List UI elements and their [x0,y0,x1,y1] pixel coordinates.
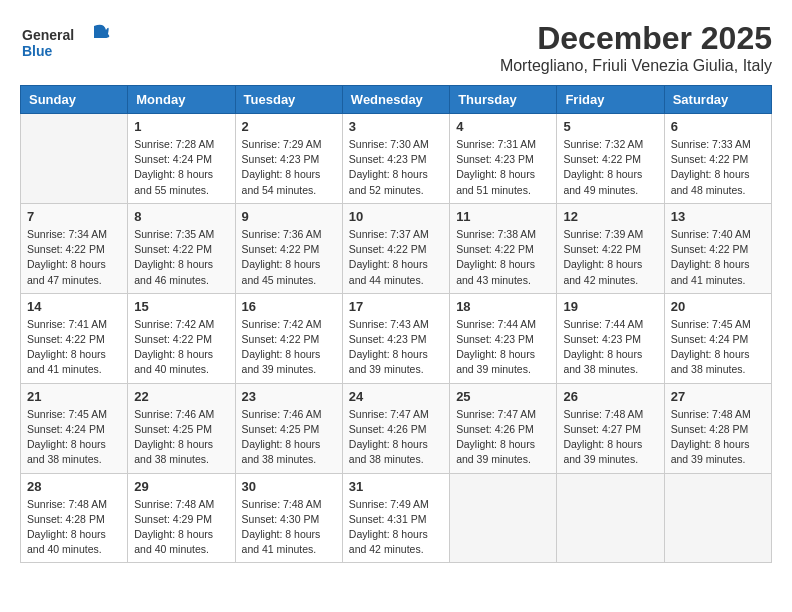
calendar-cell: 3Sunrise: 7:30 AM Sunset: 4:23 PM Daylig… [342,114,449,204]
calendar-cell: 30Sunrise: 7:48 AM Sunset: 4:30 PM Dayli… [235,473,342,563]
calendar-cell: 24Sunrise: 7:47 AM Sunset: 4:26 PM Dayli… [342,383,449,473]
day-info: Sunrise: 7:45 AM Sunset: 4:24 PM Dayligh… [671,317,765,378]
calendar-cell: 21Sunrise: 7:45 AM Sunset: 4:24 PM Dayli… [21,383,128,473]
day-info: Sunrise: 7:39 AM Sunset: 4:22 PM Dayligh… [563,227,657,288]
svg-text:General: General [22,27,74,43]
day-info: Sunrise: 7:42 AM Sunset: 4:22 PM Dayligh… [242,317,336,378]
calendar-cell: 2Sunrise: 7:29 AM Sunset: 4:23 PM Daylig… [235,114,342,204]
day-number: 30 [242,479,336,494]
calendar-cell [450,473,557,563]
day-number: 19 [563,299,657,314]
day-number: 14 [27,299,121,314]
page-container: General Blue December 2025 Mortegliano, … [20,20,772,563]
calendar-cell: 4Sunrise: 7:31 AM Sunset: 4:23 PM Daylig… [450,114,557,204]
day-number: 23 [242,389,336,404]
day-number: 18 [456,299,550,314]
col-header-sunday: Sunday [21,86,128,114]
col-header-monday: Monday [128,86,235,114]
col-header-saturday: Saturday [664,86,771,114]
day-number: 28 [27,479,121,494]
calendar-cell: 20Sunrise: 7:45 AM Sunset: 4:24 PM Dayli… [664,293,771,383]
calendar-week-row: 7Sunrise: 7:34 AM Sunset: 4:22 PM Daylig… [21,203,772,293]
calendar-cell: 17Sunrise: 7:43 AM Sunset: 4:23 PM Dayli… [342,293,449,383]
calendar-cell: 15Sunrise: 7:42 AM Sunset: 4:22 PM Dayli… [128,293,235,383]
calendar-cell: 12Sunrise: 7:39 AM Sunset: 4:22 PM Dayli… [557,203,664,293]
day-info: Sunrise: 7:47 AM Sunset: 4:26 PM Dayligh… [349,407,443,468]
day-number: 9 [242,209,336,224]
calendar-cell: 22Sunrise: 7:46 AM Sunset: 4:25 PM Dayli… [128,383,235,473]
day-info: Sunrise: 7:48 AM Sunset: 4:30 PM Dayligh… [242,497,336,558]
day-number: 26 [563,389,657,404]
calendar-cell: 13Sunrise: 7:40 AM Sunset: 4:22 PM Dayli… [664,203,771,293]
calendar-cell: 18Sunrise: 7:44 AM Sunset: 4:23 PM Dayli… [450,293,557,383]
calendar-cell: 14Sunrise: 7:41 AM Sunset: 4:22 PM Dayli… [21,293,128,383]
col-header-friday: Friday [557,86,664,114]
day-info: Sunrise: 7:33 AM Sunset: 4:22 PM Dayligh… [671,137,765,198]
day-info: Sunrise: 7:30 AM Sunset: 4:23 PM Dayligh… [349,137,443,198]
title-block: December 2025 Mortegliano, Friuli Venezi… [500,20,772,75]
day-number: 22 [134,389,228,404]
calendar-cell [557,473,664,563]
day-info: Sunrise: 7:41 AM Sunset: 4:22 PM Dayligh… [27,317,121,378]
day-info: Sunrise: 7:29 AM Sunset: 4:23 PM Dayligh… [242,137,336,198]
day-info: Sunrise: 7:46 AM Sunset: 4:25 PM Dayligh… [242,407,336,468]
day-info: Sunrise: 7:44 AM Sunset: 4:23 PM Dayligh… [563,317,657,378]
day-info: Sunrise: 7:43 AM Sunset: 4:23 PM Dayligh… [349,317,443,378]
day-info: Sunrise: 7:36 AM Sunset: 4:22 PM Dayligh… [242,227,336,288]
day-info: Sunrise: 7:48 AM Sunset: 4:28 PM Dayligh… [27,497,121,558]
calendar-week-row: 28Sunrise: 7:48 AM Sunset: 4:28 PM Dayli… [21,473,772,563]
day-info: Sunrise: 7:47 AM Sunset: 4:26 PM Dayligh… [456,407,550,468]
day-info: Sunrise: 7:31 AM Sunset: 4:23 PM Dayligh… [456,137,550,198]
day-number: 11 [456,209,550,224]
day-number: 20 [671,299,765,314]
day-number: 8 [134,209,228,224]
calendar-cell [664,473,771,563]
day-info: Sunrise: 7:48 AM Sunset: 4:29 PM Dayligh… [134,497,228,558]
calendar-week-row: 21Sunrise: 7:45 AM Sunset: 4:24 PM Dayli… [21,383,772,473]
day-number: 7 [27,209,121,224]
day-info: Sunrise: 7:48 AM Sunset: 4:27 PM Dayligh… [563,407,657,468]
svg-text:Blue: Blue [22,43,53,59]
calendar-week-row: 1Sunrise: 7:28 AM Sunset: 4:24 PM Daylig… [21,114,772,204]
day-info: Sunrise: 7:34 AM Sunset: 4:22 PM Dayligh… [27,227,121,288]
logo-block: General Blue [20,20,110,69]
calendar-cell: 31Sunrise: 7:49 AM Sunset: 4:31 PM Dayli… [342,473,449,563]
day-number: 1 [134,119,228,134]
day-number: 17 [349,299,443,314]
day-number: 13 [671,209,765,224]
day-number: 21 [27,389,121,404]
day-number: 25 [456,389,550,404]
col-header-thursday: Thursday [450,86,557,114]
day-number: 29 [134,479,228,494]
day-info: Sunrise: 7:35 AM Sunset: 4:22 PM Dayligh… [134,227,228,288]
day-number: 27 [671,389,765,404]
calendar-cell: 23Sunrise: 7:46 AM Sunset: 4:25 PM Dayli… [235,383,342,473]
col-header-wednesday: Wednesday [342,86,449,114]
day-number: 12 [563,209,657,224]
day-number: 2 [242,119,336,134]
month-year-title: December 2025 [500,20,772,57]
day-info: Sunrise: 7:48 AM Sunset: 4:28 PM Dayligh… [671,407,765,468]
day-info: Sunrise: 7:28 AM Sunset: 4:24 PM Dayligh… [134,137,228,198]
day-number: 10 [349,209,443,224]
calendar-week-row: 14Sunrise: 7:41 AM Sunset: 4:22 PM Dayli… [21,293,772,383]
day-info: Sunrise: 7:42 AM Sunset: 4:22 PM Dayligh… [134,317,228,378]
day-number: 4 [456,119,550,134]
calendar-cell: 6Sunrise: 7:33 AM Sunset: 4:22 PM Daylig… [664,114,771,204]
col-header-tuesday: Tuesday [235,86,342,114]
calendar-cell: 1Sunrise: 7:28 AM Sunset: 4:24 PM Daylig… [128,114,235,204]
calendar-header-row: SundayMondayTuesdayWednesdayThursdayFrid… [21,86,772,114]
day-number: 15 [134,299,228,314]
calendar-table: SundayMondayTuesdayWednesdayThursdayFrid… [20,85,772,563]
day-number: 3 [349,119,443,134]
day-info: Sunrise: 7:44 AM Sunset: 4:23 PM Dayligh… [456,317,550,378]
day-number: 24 [349,389,443,404]
day-number: 5 [563,119,657,134]
calendar-cell: 29Sunrise: 7:48 AM Sunset: 4:29 PM Dayli… [128,473,235,563]
day-number: 16 [242,299,336,314]
calendar-cell: 28Sunrise: 7:48 AM Sunset: 4:28 PM Dayli… [21,473,128,563]
calendar-cell: 11Sunrise: 7:38 AM Sunset: 4:22 PM Dayli… [450,203,557,293]
logo-icon: General Blue [20,20,110,65]
calendar-cell: 10Sunrise: 7:37 AM Sunset: 4:22 PM Dayli… [342,203,449,293]
calendar-cell: 9Sunrise: 7:36 AM Sunset: 4:22 PM Daylig… [235,203,342,293]
